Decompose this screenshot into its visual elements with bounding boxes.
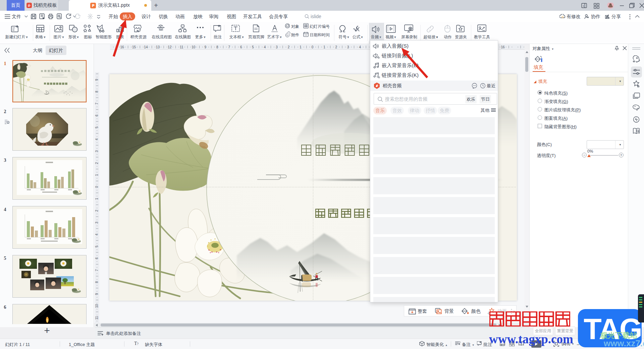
svg-text:8: 8 bbox=[95, 91, 99, 93]
svg-text:7: 7 bbox=[95, 269, 99, 271]
svg-text:1: 1 bbox=[300, 45, 302, 49]
svg-text:13: 13 bbox=[156, 45, 160, 49]
svg-text:2: 2 bbox=[288, 45, 290, 49]
svg-text:10: 10 bbox=[192, 45, 196, 49]
svg-text:12: 12 bbox=[168, 45, 172, 49]
svg-text:14: 14 bbox=[144, 45, 148, 49]
svg-text:5: 5 bbox=[252, 45, 254, 49]
svg-text:4: 4 bbox=[95, 234, 99, 236]
svg-text:0: 0 bbox=[312, 45, 314, 49]
svg-text:9: 9 bbox=[95, 79, 99, 81]
svg-text:15: 15 bbox=[132, 45, 136, 49]
svg-text:3: 3 bbox=[347, 45, 349, 49]
svg-text:8: 8 bbox=[216, 45, 218, 49]
svg-text:5: 5 bbox=[95, 245, 99, 247]
svg-text:1: 1 bbox=[323, 45, 325, 49]
svg-text:2: 2 bbox=[95, 162, 99, 164]
svg-text:9: 9 bbox=[205, 45, 207, 49]
svg-text:1: 1 bbox=[95, 198, 99, 200]
svg-text:6: 6 bbox=[95, 257, 99, 259]
svg-text:16: 16 bbox=[120, 45, 124, 49]
svg-text:6: 6 bbox=[95, 114, 99, 116]
svg-text:7: 7 bbox=[95, 102, 99, 104]
svg-text:2: 2 bbox=[335, 45, 337, 49]
svg-text:11: 11 bbox=[95, 316, 99, 320]
svg-text:2: 2 bbox=[95, 210, 99, 212]
svg-text:8: 8 bbox=[95, 281, 99, 283]
svg-text:9: 9 bbox=[95, 293, 99, 295]
svg-text:11: 11 bbox=[180, 45, 183, 49]
svg-text:5: 5 bbox=[95, 126, 99, 128]
svg-text:1: 1 bbox=[583, 4, 584, 7]
svg-text:7: 7 bbox=[228, 45, 230, 49]
svg-text:10: 10 bbox=[95, 304, 99, 308]
svg-text:6: 6 bbox=[240, 45, 242, 49]
svg-text:3: 3 bbox=[95, 221, 99, 223]
svg-text:3: 3 bbox=[276, 45, 278, 49]
svg-text:0: 0 bbox=[95, 186, 99, 188]
svg-text:4: 4 bbox=[95, 138, 99, 140]
svg-text:3: 3 bbox=[95, 150, 99, 152]
svg-text:4: 4 bbox=[264, 45, 266, 49]
svg-text:1: 1 bbox=[95, 174, 99, 176]
svg-text:4: 4 bbox=[359, 45, 361, 49]
